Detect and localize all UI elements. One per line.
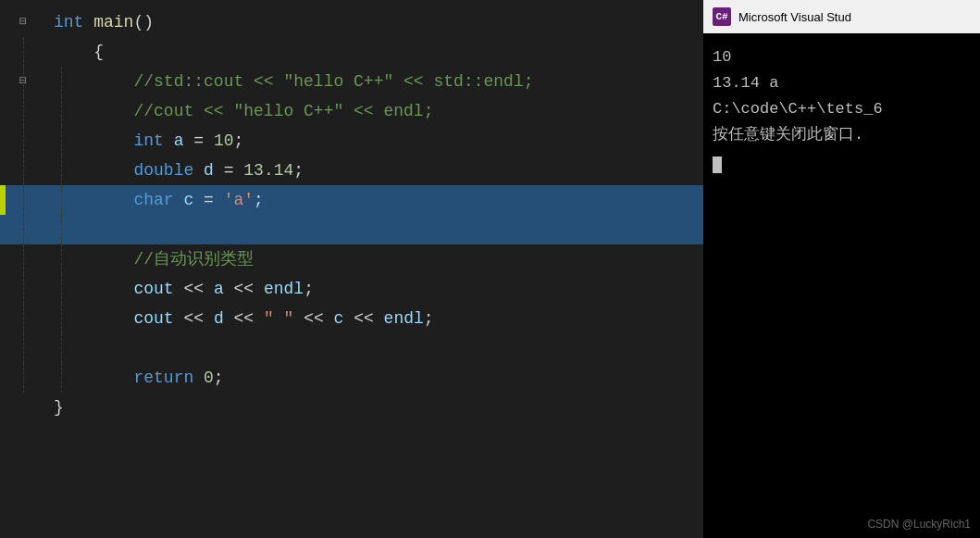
- line-content-14: }: [46, 393, 703, 422]
- gutter-cell-11: [0, 304, 46, 333]
- line-content-1: int main(): [46, 7, 703, 37]
- gutter-cell-3: ⊟: [0, 67, 46, 96]
- line-content-12: [46, 333, 703, 363]
- code-line-4: //cout << "hello C++" << endl;: [0, 96, 703, 126]
- console-output: 1013.14 aC:\code\C++\tets_6按任意键关闭此窗口.: [703, 33, 980, 538]
- console-title-text: Microsoft Visual Stud: [738, 10, 851, 24]
- code-line-5: int a = 10;: [0, 126, 703, 156]
- collapse-button-3[interactable]: ⊟: [19, 67, 27, 96]
- console-line-3: C:\code\C++\tets_6: [713, 96, 971, 122]
- gutter-cell-13: [0, 363, 46, 393]
- code-line-10: cout << a << endl;: [0, 274, 703, 304]
- console-line-1: 13.14 a: [713, 70, 971, 96]
- gutter-cell-5: [0, 126, 46, 156]
- gutter-cell-6: [0, 156, 46, 185]
- gutter-cell-1: ⊟: [0, 7, 46, 37]
- code-line-14: }: [0, 393, 703, 422]
- vs-icon: C#: [713, 7, 731, 26]
- editor-panel: ⊟int main() {⊟ //std::cout << "hello C++…: [0, 0, 703, 538]
- code-line-13: return 0;: [0, 363, 703, 393]
- watermark: CSDN @LuckyRich1: [867, 518, 971, 531]
- gutter-cell-12: [0, 333, 46, 363]
- code-line-2: {: [0, 37, 703, 67]
- code-line-11: cout << d << " " << c << endl;: [0, 304, 703, 333]
- code-line-7: char c = 'a';: [0, 185, 703, 215]
- gutter-cell-7: [0, 185, 46, 215]
- line-content-6: double d = 13.14;: [46, 156, 703, 185]
- line-content-10: cout << a << endl;: [46, 274, 703, 304]
- gutter-cell-10: [0, 274, 46, 304]
- line-content-2: {: [46, 37, 703, 67]
- code-line-9: //自动识别类型: [0, 244, 703, 274]
- gutter-cell-4: [0, 96, 46, 126]
- console-panel: C# Microsoft Visual Stud 1013.14 aC:\cod…: [703, 0, 980, 538]
- code-line-12: [0, 333, 703, 363]
- code-line-8: [0, 215, 703, 244]
- line-content-13: return 0;: [46, 363, 703, 393]
- code-area: ⊟int main() {⊟ //std::cout << "hello C++…: [0, 0, 703, 430]
- line-content-5: int a = 10;: [46, 126, 703, 156]
- gutter-cell-9: [0, 244, 46, 274]
- console-line-4: 按任意键关闭此窗口.: [713, 122, 971, 148]
- line-content-7: char c = 'a';: [46, 185, 703, 215]
- code-line-3: ⊟ //std::cout << "hello C++" << std::end…: [0, 67, 703, 96]
- line-content-8: [46, 215, 703, 244]
- line-content-4: //cout << "hello C++" << endl;: [46, 96, 703, 126]
- line-content-11: cout << d << " " << c << endl;: [46, 304, 703, 333]
- code-line-1: ⊟int main(): [0, 7, 703, 37]
- code-line-6: double d = 13.14;: [0, 156, 703, 185]
- console-line-0: 10: [713, 44, 971, 70]
- console-cursor: [713, 152, 971, 178]
- line-content-3: //std::cout << "hello C++" << std::endl;: [46, 67, 703, 96]
- gutter-cell-8: [0, 215, 46, 244]
- console-titlebar: C# Microsoft Visual Stud: [703, 0, 980, 33]
- collapse-button-1[interactable]: ⊟: [19, 7, 27, 37]
- gutter-cell-2: [0, 37, 46, 67]
- line-content-9: //自动识别类型: [46, 244, 703, 274]
- gutter-cell-14: [0, 393, 46, 422]
